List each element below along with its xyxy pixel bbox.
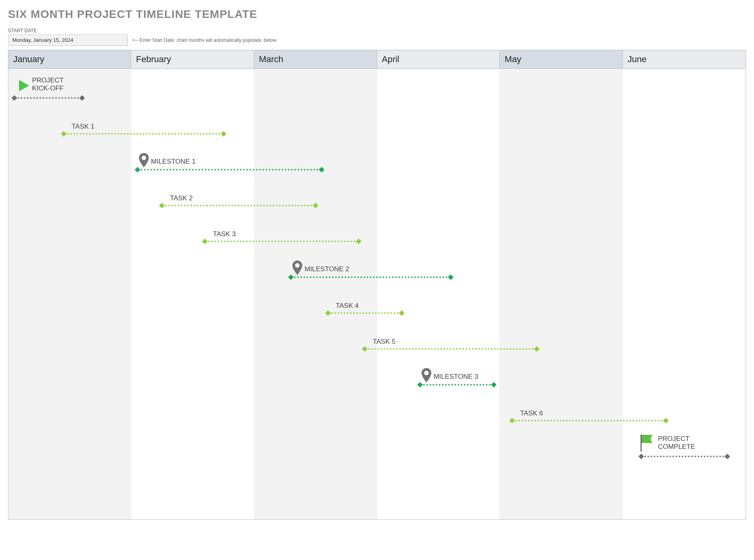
svg-point-2 bbox=[424, 371, 428, 375]
item-label: PROJECT KICK-OFF bbox=[32, 76, 76, 92]
diamond-marker bbox=[356, 239, 361, 244]
diamond-marker bbox=[202, 239, 208, 244]
item-label: MILESTONE 3 bbox=[434, 373, 478, 381]
item-label: MILESTONE 2 bbox=[304, 265, 349, 273]
diamond-marker bbox=[534, 346, 540, 352]
item-label: TASK 1 bbox=[72, 123, 94, 131]
flag-icon bbox=[639, 433, 656, 452]
item-label: PROJECT COMPLETE bbox=[658, 435, 706, 450]
diamond-marker bbox=[417, 382, 423, 388]
diamond-marker bbox=[79, 95, 85, 101]
month-header: February bbox=[131, 50, 254, 69]
diamond-marker bbox=[638, 454, 644, 459]
month-header: January bbox=[8, 50, 131, 69]
play-icon bbox=[17, 79, 30, 92]
diamond-marker bbox=[325, 310, 331, 316]
timeline-bar bbox=[365, 348, 537, 350]
item-label: TASK 5 bbox=[373, 338, 395, 346]
timeline-bar bbox=[162, 205, 315, 206]
timeline-bar bbox=[512, 420, 666, 421]
timeline-bar bbox=[328, 312, 402, 314]
diamond-marker bbox=[135, 167, 140, 172]
item-label: MILESTONE 1 bbox=[151, 158, 196, 166]
diamond-marker bbox=[509, 418, 515, 423]
timeline-bar bbox=[641, 456, 727, 457]
diamond-marker bbox=[663, 418, 668, 423]
timeline-bar bbox=[137, 169, 322, 170]
month-header: June bbox=[623, 50, 746, 69]
diamond-marker bbox=[319, 167, 324, 172]
svg-point-1 bbox=[295, 263, 300, 268]
pin-icon bbox=[292, 260, 303, 275]
timeline-bar bbox=[420, 384, 494, 386]
diamond-marker bbox=[221, 131, 226, 137]
svg-point-0 bbox=[141, 156, 146, 160]
item-label: TASK 3 bbox=[213, 230, 236, 238]
timeline-chart: JanuaryFebruaryMarchAprilMayJune PROJECT… bbox=[8, 50, 746, 520]
diamond-marker bbox=[313, 203, 318, 208]
timeline-bar bbox=[14, 97, 82, 99]
pin-icon bbox=[421, 368, 432, 382]
month-header: March bbox=[254, 50, 377, 69]
month-header-row: JanuaryFebruaryMarchAprilMayJune bbox=[8, 50, 746, 69]
month-header: April bbox=[377, 50, 500, 69]
diamond-marker bbox=[159, 203, 165, 208]
start-date-label: START DATE bbox=[8, 28, 746, 33]
diamond-marker bbox=[725, 454, 730, 459]
timeline-items: PROJECT KICK-OFFTASK 1MILESTONE 1TASK 2T… bbox=[8, 69, 746, 519]
timeline-bar bbox=[64, 133, 224, 135]
start-date-input[interactable] bbox=[8, 34, 128, 46]
diamond-marker bbox=[362, 346, 367, 352]
diamond-marker bbox=[399, 310, 404, 316]
pin-icon bbox=[138, 153, 149, 167]
item-label: TASK 4 bbox=[336, 302, 359, 310]
start-date-hint: <-- Enter Start Date; chart months will … bbox=[132, 37, 277, 43]
diamond-marker bbox=[491, 382, 497, 388]
diamond-marker bbox=[448, 274, 454, 280]
diamond-marker bbox=[288, 274, 294, 280]
diamond-marker bbox=[61, 131, 67, 137]
diamond-marker bbox=[12, 95, 17, 101]
timeline-bar bbox=[205, 241, 358, 242]
page-title: SIX MONTH PROJECT TIMELINE TEMPLATE bbox=[8, 8, 746, 21]
item-label: TASK 2 bbox=[170, 194, 192, 202]
item-label: TASK 6 bbox=[520, 409, 543, 417]
svg-rect-3 bbox=[640, 435, 642, 452]
timeline-bar bbox=[291, 276, 451, 278]
month-header: May bbox=[500, 50, 622, 69]
start-date-row: <-- Enter Start Date; chart months will … bbox=[8, 34, 746, 46]
